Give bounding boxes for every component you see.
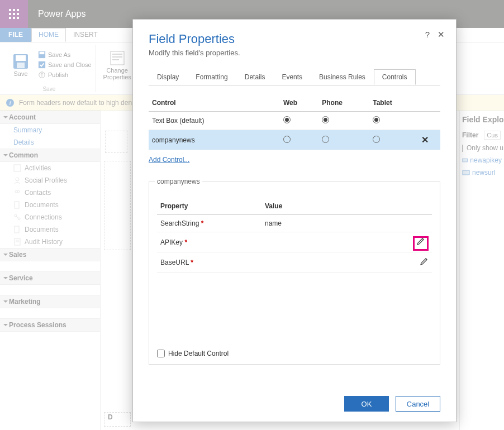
properties-table: Property Value SearchString * name APIKe… xyxy=(157,198,432,273)
col-phone: Phone xyxy=(318,94,369,112)
tab-business-rules[interactable]: Business Rules xyxy=(311,69,374,85)
close-icon[interactable]: ✕ xyxy=(438,30,445,40)
hide-default-checkbox[interactable] xyxy=(157,350,165,357)
tab-formatting[interactable]: Formatting xyxy=(187,69,236,85)
col-web: Web xyxy=(280,94,318,112)
cancel-button[interactable]: Cancel xyxy=(396,396,440,412)
modal-title: Field Properties xyxy=(149,32,440,46)
tab-display[interactable]: Display xyxy=(149,69,187,85)
field-properties-modal: Field Properties Modify this field's pro… xyxy=(132,19,457,422)
prop-row-baseurl[interactable]: BaseURL * xyxy=(157,252,432,273)
prop-row-searchstring[interactable]: SearchString * name xyxy=(157,215,432,232)
col-tablet: Tablet xyxy=(369,94,418,112)
edit-baseurl-icon[interactable] xyxy=(420,260,429,267)
help-icon[interactable]: ? xyxy=(425,30,430,40)
modal-subtitle: Modify this field's properties. xyxy=(149,49,440,57)
radio-phone[interactable] xyxy=(322,116,329,123)
modal-tabs: Display Formatting Details Events Busine… xyxy=(149,69,440,85)
radio-web[interactable] xyxy=(283,116,291,123)
tab-controls[interactable]: Controls xyxy=(374,69,416,85)
prop-row-apikey[interactable]: APIKey * xyxy=(157,232,432,252)
hide-default-control[interactable]: Hide Default Control xyxy=(157,350,229,357)
radio-tablet[interactable] xyxy=(373,136,380,143)
radio-phone[interactable] xyxy=(322,136,329,143)
radio-tablet[interactable] xyxy=(373,116,380,123)
ok-button[interactable]: OK xyxy=(344,396,389,412)
control-row-companynews[interactable]: companynews ✕ xyxy=(149,130,440,150)
fieldset-legend: companynews xyxy=(155,178,202,185)
tab-events[interactable]: Events xyxy=(273,69,311,85)
control-row-textbox[interactable]: Text Box (default) xyxy=(149,112,440,130)
remove-control-icon[interactable]: ✕ xyxy=(421,135,429,145)
tab-details[interactable]: Details xyxy=(236,69,274,85)
radio-web[interactable] xyxy=(283,136,291,143)
control-properties-fieldset: companynews Property Value SearchString … xyxy=(149,181,440,365)
add-control-link[interactable]: Add Control... xyxy=(149,156,189,164)
controls-table: Control Web Phone Tablet Text Box (defau… xyxy=(149,94,440,150)
edit-apikey-icon[interactable] xyxy=(413,236,429,251)
col-control: Control xyxy=(149,94,280,112)
